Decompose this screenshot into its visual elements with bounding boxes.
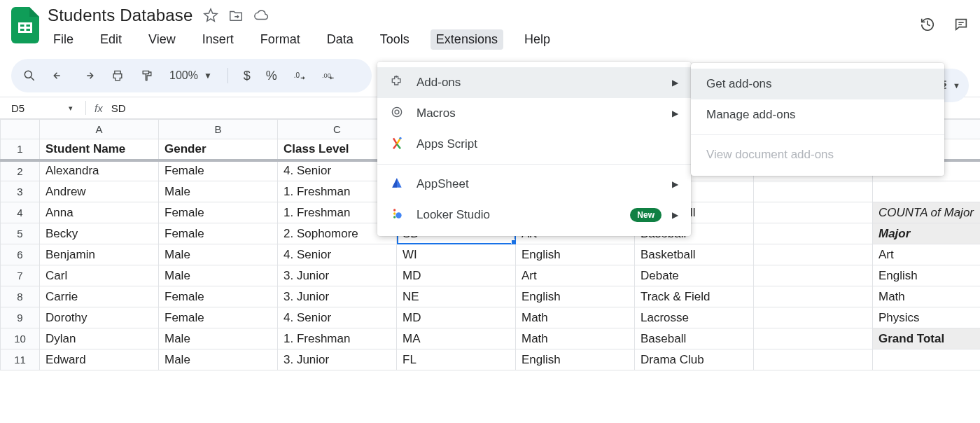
column-header-A[interactable]: A [40,120,159,139]
cell[interactable]: Drama Club [635,349,754,370]
extensions-item-add-ons[interactable]: Add-ons▶ [377,67,691,98]
addons-item-manage-add-ons[interactable]: Manage add-ons [691,99,944,130]
cell[interactable]: English [516,244,635,265]
chevron-down-icon[interactable]: ▼ [953,81,960,90]
menu-item-data[interactable]: Data [321,29,359,50]
cell[interactable]: Baseball [635,328,754,349]
cell[interactable]: Gender [159,139,278,160]
cell[interactable]: Male [159,244,278,265]
menu-item-format[interactable]: Format [255,29,306,50]
menu-item-view[interactable]: View [143,29,181,50]
menu-item-help[interactable]: Help [519,29,556,50]
menu-item-edit[interactable]: Edit [94,29,127,50]
cell[interactable]: Female [159,202,278,223]
menu-item-extensions[interactable]: Extensions [430,29,503,50]
row-header[interactable]: 10 [1,328,40,349]
move-folder-icon[interactable] [228,8,244,23]
cell[interactable]: 3. Junior [278,265,397,286]
cell[interactable]: MD [397,307,516,328]
cell[interactable]: Edward [40,349,159,370]
addons-item-get-add-ons[interactable]: Get add-ons [691,69,944,99]
row-header[interactable]: 8 [1,286,40,307]
extensions-item-looker-studio[interactable]: Looker StudioNew▶ [377,200,691,230]
cell[interactable] [873,349,981,370]
cell[interactable]: 4. Senior [278,244,397,265]
comment-icon[interactable] [953,17,969,34]
cloud-status-icon[interactable] [253,8,269,23]
cell[interactable]: Basketball [635,244,754,265]
percent-format-button[interactable]: % [266,69,277,83]
cell[interactable]: Female [159,286,278,307]
cell[interactable]: COUNTA of Major [873,202,981,223]
search-icon[interactable] [22,69,36,83]
row-header[interactable]: 7 [1,265,40,286]
formula-value[interactable]: SD [111,102,126,114]
row-header[interactable]: 4 [1,202,40,223]
cell[interactable]: Becky [40,223,159,244]
column-header-B[interactable]: B [159,120,278,139]
cell[interactable] [754,307,873,328]
extensions-item-appsheet[interactable]: AppSheet▶ [377,169,691,200]
cell[interactable]: Male [159,349,278,370]
cell[interactable]: English [516,349,635,370]
cell[interactable]: Physics [873,307,981,328]
cell[interactable]: 1. Freshman [278,328,397,349]
cell[interactable]: Major [873,223,981,244]
cell[interactable] [754,181,873,202]
cell[interactable]: Male [159,265,278,286]
cell[interactable] [754,244,873,265]
cell[interactable]: Male [159,328,278,349]
row-header[interactable]: 1 [1,139,40,160]
cell[interactable]: Debate [635,265,754,286]
menu-item-insert[interactable]: Insert [197,29,239,50]
cell[interactable]: English [873,265,981,286]
cell[interactable]: WI [397,244,516,265]
menu-item-file[interactable]: File [48,29,79,50]
cell[interactable]: Track & Field [635,286,754,307]
row-header[interactable]: 6 [1,244,40,265]
row-header[interactable]: 2 [1,160,40,181]
cell[interactable]: Benjamin [40,244,159,265]
cell[interactable]: Math [516,328,635,349]
increase-decimal-icon[interactable]: .00 [322,69,336,83]
cell[interactable]: Student Name [40,139,159,160]
cell[interactable]: Dylan [40,328,159,349]
cell[interactable]: Female [159,307,278,328]
print-icon[interactable] [111,69,125,83]
cell[interactable]: Grand Total [873,328,981,349]
name-box[interactable]: D5 ▾ [7,102,77,114]
undo-icon[interactable] [52,69,66,83]
cell[interactable]: Dorothy [40,307,159,328]
cell[interactable]: 3. Junior [278,349,397,370]
cell[interactable] [754,349,873,370]
document-title[interactable]: Students Database [48,6,193,25]
history-icon[interactable] [920,17,935,34]
cell[interactable] [754,328,873,349]
extensions-item-macros[interactable]: Macros▶ [377,98,691,129]
cell[interactable] [873,181,981,202]
cell[interactable]: Male [159,181,278,202]
cell[interactable]: 4. Senior [278,307,397,328]
cell[interactable]: Art [516,265,635,286]
cell[interactable]: Anna [40,202,159,223]
row-header[interactable]: 5 [1,223,40,244]
extensions-item-apps-script[interactable]: Apps Script [377,129,691,160]
cell[interactable]: English [516,286,635,307]
cell[interactable] [754,265,873,286]
cell[interactable]: FL [397,349,516,370]
cell[interactable]: Female [159,223,278,244]
cell[interactable]: 3. Junior [278,286,397,307]
cell[interactable]: MD [397,265,516,286]
row-header[interactable]: 11 [1,349,40,370]
menu-item-tools[interactable]: Tools [374,29,415,50]
sheets-logo-icon[interactable] [11,7,39,43]
cell[interactable]: Math [516,307,635,328]
select-all-corner[interactable] [1,120,40,139]
cell[interactable]: Carrie [40,286,159,307]
cell[interactable]: Math [873,286,981,307]
star-icon[interactable] [203,8,218,23]
cell[interactable]: Lacrosse [635,307,754,328]
cell[interactable]: MA [397,328,516,349]
zoom-select[interactable]: 100% ▼ [169,69,212,82]
row-header[interactable]: 3 [1,181,40,202]
